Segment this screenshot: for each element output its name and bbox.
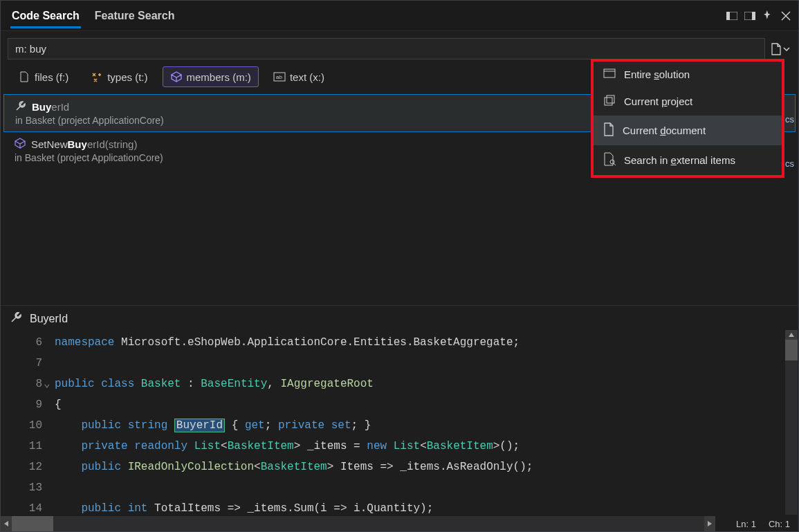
file-badge: cs <box>785 158 794 169</box>
stack-icon <box>603 94 616 109</box>
scope-entire-solution[interactable]: Entire solution <box>594 62 782 87</box>
window-controls <box>725 9 793 23</box>
search-input[interactable] <box>8 38 765 59</box>
filter-types-label: types (t:) <box>107 71 147 83</box>
scope-menu: Entire solution Current project Current … <box>591 59 784 178</box>
preview-header: BuyerId <box>1 306 798 332</box>
scope-external-items[interactable]: Search in external items <box>594 145 782 175</box>
filter-types[interactable]: types (t:) <box>83 66 155 87</box>
preview-title: BuyerId <box>30 313 68 325</box>
tab-feature-search[interactable]: Feature Search <box>93 3 176 28</box>
preview-pane: BuyerId 67891011121314 namespace Microso… <box>1 305 798 515</box>
window-icon <box>603 68 616 80</box>
scrollbar-thumb[interactable] <box>785 340 798 360</box>
svg-line-11 <box>614 163 616 165</box>
code-editor[interactable]: 67891011121314 namespace Microsoft.eShop… <box>1 332 798 515</box>
result-title: BuyerId <box>32 101 69 113</box>
types-icon <box>91 71 103 83</box>
file-icon <box>18 71 30 83</box>
pin-icon[interactable] <box>761 9 775 23</box>
wrench-icon <box>15 100 26 113</box>
document-icon <box>603 122 614 138</box>
document-icon <box>771 43 782 55</box>
close-icon[interactable] <box>779 9 793 23</box>
svg-rect-1 <box>726 12 730 20</box>
scrollbar-thumb[interactable] <box>12 516 53 531</box>
scope-label: Current document <box>623 125 706 136</box>
scroll-up-arrow[interactable] <box>785 330 798 340</box>
line-gutter: 67891011121314 <box>1 332 55 515</box>
result-title: SetNewBuyerId(string) <box>31 138 137 150</box>
dock-right-icon[interactable] <box>743 9 757 23</box>
scope-dropdown-button[interactable] <box>769 40 791 58</box>
filter-files-label: files (f:) <box>35 71 68 83</box>
svg-rect-8 <box>605 98 612 105</box>
filter-members-label: members (m:) <box>187 71 251 83</box>
cube-icon <box>170 71 183 83</box>
wrench-icon <box>10 311 23 327</box>
tab-code-search[interactable]: Code Search <box>10 3 81 28</box>
document-search-icon <box>603 152 616 168</box>
svg-rect-6 <box>604 69 615 77</box>
scroll-left-arrow[interactable] <box>1 516 12 531</box>
code-content[interactable]: namespace Microsoft.eShopWeb.Application… <box>55 332 798 515</box>
vertical-scrollbar[interactable] <box>785 330 798 515</box>
file-badge: cs <box>785 114 794 125</box>
horizontal-scrollbar[interactable] <box>1 516 715 531</box>
filter-members[interactable]: members (m:) <box>163 66 259 87</box>
status-char: Ch: 1 <box>769 519 790 529</box>
search-mode-tabs: Code Search Feature Search <box>6 3 176 28</box>
status-bar: Ln: 1 Ch: 1 <box>728 516 798 531</box>
filter-files[interactable]: files (f:) <box>10 66 76 87</box>
scope-label: Entire solution <box>624 68 690 80</box>
scope-label: Current project <box>624 95 692 107</box>
text-icon: ab <box>273 71 286 83</box>
scope-current-project[interactable]: Current project <box>594 87 782 116</box>
scope-current-document[interactable]: Current document <box>594 116 782 145</box>
svg-rect-9 <box>607 95 614 103</box>
cube-icon <box>15 138 26 151</box>
scope-label: Search in external items <box>624 154 735 166</box>
title-bar: Code Search Feature Search <box>1 1 798 31</box>
dock-left-icon[interactable] <box>725 9 739 23</box>
scroll-right-arrow[interactable] <box>704 516 715 531</box>
filter-text-label: text (x:) <box>290 71 324 83</box>
svg-rect-3 <box>752 12 755 20</box>
status-line: Ln: 1 <box>736 519 756 529</box>
svg-text:ab: ab <box>276 74 282 80</box>
chevron-down-icon <box>783 47 790 51</box>
filter-text[interactable]: ab text (x:) <box>266 66 332 87</box>
